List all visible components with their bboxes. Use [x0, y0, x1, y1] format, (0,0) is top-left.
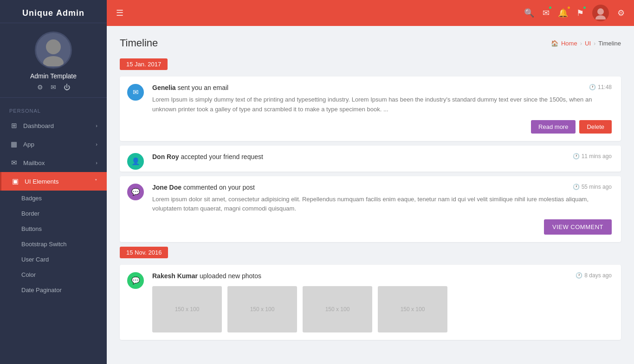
- topnav-left: ☰: [116, 8, 123, 18]
- svg-point-3: [595, 15, 606, 19]
- clock-icon-comment: 🕐: [573, 184, 580, 190]
- email-badge: [548, 6, 552, 10]
- email-action-text: sent you an email: [177, 84, 228, 91]
- topnav-right: 🔍 ✉ 🔔 ⚑ ⚙: [524, 5, 625, 21]
- sidebar-item-app[interactable]: ▦ App ›: [0, 135, 107, 153]
- gear-icon[interactable]: ⚙: [617, 8, 625, 18]
- chevron-right-icon: ›: [96, 123, 97, 128]
- app-icon: ▦: [9, 140, 19, 148]
- brand-name-bold: Admin: [56, 8, 84, 18]
- sidebar-sub-item-buttons[interactable]: Buttons: [0, 221, 107, 236]
- sidebar-user-actions: ⚙ ✉ ⏻: [0, 80, 107, 98]
- timeline-entry-photos: 💬 Rakesh Kumar uploaded new photos 🕐 8 d…: [120, 265, 621, 340]
- photo-uploader-name: Rakesh Kumar: [152, 272, 198, 280]
- comment-entry-body: Lorem ipsum dolor sit amet, consectetur …: [152, 195, 612, 214]
- sidebar-sub-bootstrap-switch-label: Bootstrap Switch: [21, 241, 67, 248]
- photo-3: 150 x 100: [303, 286, 372, 332]
- timeline-entry-comment: 💬 Jone Doe commented on your post 🕐 55 m…: [120, 176, 621, 243]
- svg-point-0: [46, 39, 61, 54]
- ui-elements-icon: ▣: [11, 177, 20, 185]
- comment-entry-time: 🕐 55 mins ago: [573, 184, 612, 190]
- sidebar-sub-border-label: Border: [21, 210, 39, 217]
- photo-4: 150 x 100: [378, 286, 447, 332]
- sidebar: Unique Admin Admin Template ⚙ ✉ ⏻ PERSON…: [0, 0, 107, 364]
- chevron-right-icon-app: ›: [96, 141, 97, 147]
- brand-name-regular: Unique: [22, 8, 53, 18]
- photo-entry-time: 🕐 8 days ago: [576, 272, 612, 279]
- delete-button[interactable]: Delete: [579, 120, 612, 134]
- sidebar-item-app-label: App: [23, 141, 34, 148]
- photo-entry-title: Rakesh Kumar uploaded new photos: [152, 272, 261, 280]
- home-icon: 🏠: [551, 40, 558, 47]
- avatar: [35, 32, 72, 69]
- sidebar-sub-item-user-card[interactable]: User Card: [0, 252, 107, 267]
- sidebar-sub-item-date-paginator[interactable]: Date Paginator: [0, 282, 107, 298]
- breadcrumb-current: Timeline: [598, 40, 621, 47]
- user-avatar-button[interactable]: [592, 5, 609, 21]
- read-more-button[interactable]: Read more: [531, 120, 576, 134]
- email-entry-time: 🕐 11:48: [589, 84, 612, 90]
- sidebar-item-mailbox-label: Mailbox: [23, 160, 45, 166]
- comment-entry-actions: VIEW COMMENT: [152, 219, 612, 235]
- menu-toggle-icon[interactable]: ☰: [116, 8, 123, 18]
- content-area: Timeline 🏠 Home › UI › Timeline 15 Jan. …: [107, 26, 634, 364]
- comment-entry-icon: 💬: [127, 184, 144, 200]
- sidebar-sub-color-label: Color: [21, 271, 36, 278]
- chevron-right-icon-mail: ›: [96, 160, 97, 166]
- sidebar-item-dashboard[interactable]: ⊞ Dashboard ›: [0, 116, 107, 135]
- sidebar-sub-item-bootstrap-switch[interactable]: Bootstrap Switch: [0, 236, 107, 252]
- sidebar-sub-item-border[interactable]: Border: [0, 206, 107, 221]
- sidebar-avatar-wrapper: Admin Template ⚙ ✉ ⏻: [0, 23, 107, 102]
- comment-body-text: Lorem ipsum dolor sit amet, consectetur …: [152, 196, 589, 212]
- flag-badge: [582, 6, 587, 10]
- friend-entry-header: Don Roy accepted your friend request 🕐 1…: [152, 153, 612, 160]
- settings-icon[interactable]: ⚙: [37, 83, 43, 91]
- mail-icon[interactable]: ✉: [51, 83, 56, 91]
- commenter-name: Jone Doe: [152, 184, 181, 191]
- comment-entry-title: Jone Doe commented on your post: [152, 184, 255, 191]
- email-entry-icon: ✉: [127, 84, 144, 101]
- photo-time-value: 8 days ago: [584, 272, 612, 279]
- sidebar-section-personal: PERSONAL: [0, 102, 107, 116]
- sidebar-item-ui-elements[interactable]: ▣ UI Elements ˅: [0, 172, 107, 191]
- clock-icon-friend: 🕐: [573, 153, 580, 160]
- comment-time-value: 55 mins ago: [582, 184, 612, 190]
- power-icon[interactable]: ⏻: [64, 83, 70, 91]
- sidebar-brand: Unique Admin: [0, 0, 107, 23]
- flag-icon[interactable]: ⚑: [576, 8, 584, 18]
- sidebar-sub-buttons-label: Buttons: [21, 225, 42, 232]
- friend-entry-icon: 👤: [127, 153, 144, 170]
- sidebar-item-dashboard-label: Dashboard: [23, 122, 54, 129]
- bell-icon[interactable]: 🔔: [558, 8, 568, 18]
- email-notification-icon[interactable]: ✉: [543, 8, 550, 18]
- breadcrumb-sep2: ›: [594, 40, 595, 47]
- breadcrumb-ui[interactable]: UI: [585, 40, 591, 47]
- comment-action-text: commented on your post: [183, 184, 255, 191]
- breadcrumb-sep1: ›: [580, 40, 582, 47]
- dashboard-icon: ⊞: [9, 121, 19, 130]
- search-icon[interactable]: 🔍: [524, 8, 534, 18]
- friend-entry-time: 🕐 11 mins ago: [573, 153, 612, 160]
- svg-point-1: [43, 56, 64, 66]
- photo-1: 150 x 100: [152, 286, 222, 332]
- sidebar-sub-date-paginator-label: Date Paginator: [21, 287, 62, 294]
- email-entry-title: Genelia sent you an email: [152, 84, 228, 91]
- sidebar-sub-item-color[interactable]: Color: [0, 267, 107, 282]
- photo-2: 150 x 100: [227, 286, 297, 332]
- topnav: ☰ 🔍 ✉ 🔔 ⚑ ⚙: [107, 0, 634, 26]
- bell-badge: [567, 6, 571, 10]
- svg-point-2: [597, 8, 604, 15]
- friend-entry-title: Don Roy accepted your friend request: [152, 153, 263, 160]
- breadcrumb-home[interactable]: Home: [561, 40, 577, 47]
- sidebar-sub-item-badges[interactable]: Badges: [0, 191, 107, 206]
- sidebar-item-mailbox[interactable]: ✉ Mailbox ›: [0, 153, 107, 172]
- brand-title: Unique Admin: [9, 8, 97, 18]
- chevron-down-icon: ˅: [95, 179, 97, 185]
- main-area: ☰ 🔍 ✉ 🔔 ⚑ ⚙: [107, 0, 634, 364]
- sidebar-item-ui-label: UI Elements: [25, 178, 59, 185]
- email-entry-body: Lorem Ipsum is simply dummy text of the …: [152, 95, 612, 115]
- page-title: Timeline: [120, 37, 158, 49]
- photo-entry-icon: 💬: [127, 272, 144, 289]
- view-comment-button[interactable]: VIEW COMMENT: [544, 219, 612, 235]
- clock-icon: 🕐: [589, 84, 596, 90]
